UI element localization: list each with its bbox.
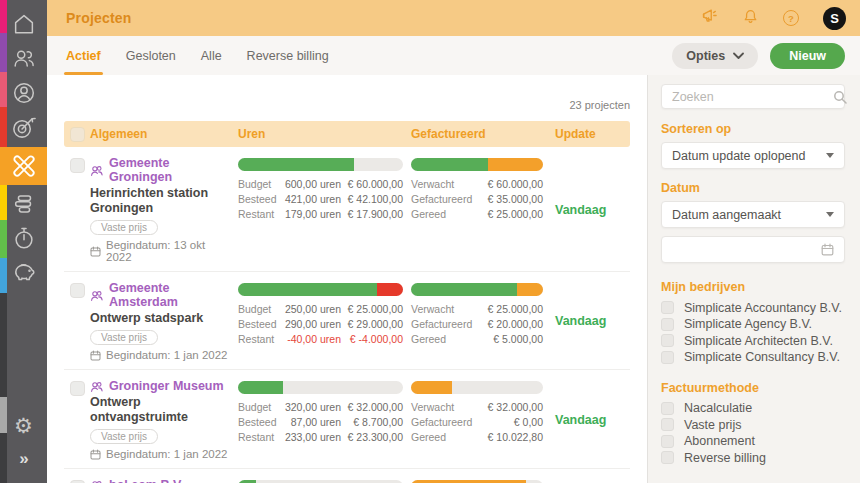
date-type-select-value: Datum aangemaakt [672, 208, 826, 222]
stat-label: Gefactureerd [411, 416, 487, 428]
billing-method-badge: Vaste prijs [90, 330, 158, 345]
update-status[interactable]: Vandaag [555, 314, 606, 328]
progress-segment [377, 283, 403, 296]
stat-label: Budget [238, 401, 284, 413]
project-count: 23 projecten [64, 99, 630, 112]
help-button[interactable]: ? [783, 10, 799, 26]
stat-amount: € 25.000,00 [487, 208, 543, 220]
stat-hours: 320,00 uren [284, 401, 341, 413]
tab-alle[interactable]: Alle [201, 36, 222, 75]
project-name[interactable]: Ontwerp stadspark [90, 311, 232, 326]
checkbox[interactable] [661, 451, 674, 464]
sidebar-item-invoicing[interactable] [0, 253, 47, 289]
update-status[interactable]: Vandaag [555, 413, 606, 427]
update-status[interactable]: Vandaag [555, 203, 606, 217]
checkbox[interactable] [661, 418, 674, 431]
sidebar: ⚙ » [0, 0, 47, 483]
checkbox[interactable] [661, 334, 674, 347]
rail-segment [0, 293, 7, 397]
checkbox[interactable] [661, 351, 674, 364]
client-link[interactable]: bol.com B.V. [109, 478, 184, 483]
table-row[interactable]: Gemeente Groningen Herinrichten station … [64, 147, 630, 272]
invoiced-stats: Verwacht€ 32.000,00 Gefactureerd€ 0,00 G… [411, 401, 543, 443]
date-section-heading: Datum [661, 181, 845, 195]
project-name[interactable]: Ontwerp ontvangstruimte [90, 395, 232, 425]
progress-segment [411, 158, 488, 171]
organization-icon [90, 380, 103, 393]
filter-option[interactable]: Simplicate Consultancy B.V. [661, 351, 845, 364]
stat-label: Verwacht [411, 401, 487, 413]
sidebar-collapse-toggle[interactable]: » [0, 441, 47, 477]
table-row[interactable]: Groninger Museum Ontwerp ontvangstruimte… [64, 370, 630, 469]
table-row[interactable]: bol.com B.V. Ontwerp hoofdkantoor Nederl… [64, 469, 630, 483]
date-type-select[interactable]: Datum aangemaakt [661, 201, 845, 228]
stat-amount: € 10.022,80 [487, 431, 543, 443]
hours-progress-bar [238, 158, 403, 171]
progress-segment [238, 381, 283, 394]
billing-method-badge: Vaste prijs [90, 220, 158, 235]
checkbox[interactable] [661, 402, 674, 415]
organization-icon [90, 164, 103, 177]
client-link[interactable]: Groninger Museum [109, 379, 224, 393]
row-checkbox[interactable] [70, 158, 85, 173]
notifications-button[interactable] [742, 8, 759, 29]
date-input[interactable] [661, 236, 845, 263]
filter-option[interactable]: Abonnement [661, 435, 845, 448]
stat-label: Gereed [411, 333, 487, 345]
search-input[interactable] [672, 90, 833, 104]
checkbox[interactable] [661, 301, 674, 314]
tab-reverse-billing[interactable]: Reverse billing [247, 36, 329, 75]
filter-option[interactable]: Simplicate Architecten B.V. [661, 334, 845, 347]
options-button[interactable]: Opties [672, 43, 758, 69]
tab-gesloten[interactable]: Gesloten [126, 36, 176, 75]
sidebar-item-planning[interactable] [0, 186, 47, 222]
sidebar-item-sales[interactable] [0, 109, 47, 145]
sidebar-item-hrm[interactable] [0, 75, 47, 111]
column-header-algemeen[interactable]: Algemeen [90, 127, 238, 141]
announcements-button[interactable] [700, 7, 718, 29]
table-row[interactable]: Gemeente Amsterdam Ontwerp stadspark Vas… [64, 272, 630, 370]
start-date-label: Begindatum: 1 jan 2022 [106, 448, 227, 460]
column-header-uren[interactable]: Uren [238, 127, 411, 141]
new-project-button[interactable]: Nieuw [770, 43, 845, 69]
progress-segment [488, 158, 543, 171]
stat-hours: 421,00 uren [284, 193, 341, 205]
megaphone-icon [700, 7, 718, 29]
checkbox[interactable] [661, 435, 674, 448]
filter-option-label: Simplicate Agency B.V. [684, 317, 812, 331]
hours-stats: Budget600,00 uren€ 60.000,00 Besteed421,… [238, 178, 403, 220]
project-list: 23 projecten Algemeen Uren Gefactureerd … [47, 75, 647, 483]
calendar-icon [90, 246, 101, 257]
column-header-update[interactable]: Update [555, 127, 629, 141]
table-body: Gemeente Groningen Herinrichten station … [64, 147, 630, 483]
client-link[interactable]: Gemeente Groningen [109, 156, 232, 184]
client-link[interactable]: Gemeente Amsterdam [109, 281, 232, 309]
filter-option[interactable]: Reverse billing [661, 451, 845, 464]
sort-select[interactable]: Datum update oplopend [661, 142, 845, 169]
checkbox[interactable] [661, 318, 674, 331]
sidebar-item-dashboard[interactable] [0, 6, 47, 42]
select-all-checkbox[interactable] [70, 127, 85, 142]
invoiced-stats: Verwacht€ 25.000,00 Gefactureerd€ 20.000… [411, 303, 543, 345]
home-icon [11, 11, 37, 37]
search-icon [833, 90, 847, 104]
account-menu-button[interactable]: S [823, 7, 846, 30]
filter-option[interactable]: Simplicate Agency B.V. [661, 318, 845, 331]
sidebar-item-crm[interactable] [0, 40, 47, 76]
filter-option[interactable]: Simplicate Accountancy B.V. [661, 301, 845, 314]
project-name[interactable]: Herinrichten station Groningen [90, 186, 232, 216]
tab-actief[interactable]: Actief [66, 36, 101, 75]
row-checkbox[interactable] [70, 283, 85, 298]
chevron-down-icon [733, 52, 744, 60]
stopwatch-icon [11, 225, 37, 251]
filter-option[interactable]: Vaste prijs [661, 418, 845, 431]
stat-amount: € 25.000,00 [341, 303, 403, 315]
row-checkbox[interactable] [70, 381, 85, 396]
column-header-gefactureerd[interactable]: Gefactureerd [411, 127, 555, 141]
sidebar-item-projects[interactable] [0, 147, 47, 185]
filter-option[interactable]: Nacalculatie [661, 402, 845, 415]
search-box[interactable] [661, 84, 845, 109]
sidebar-item-hours[interactable] [0, 220, 47, 256]
stat-label: Besteed [238, 193, 284, 205]
sidebar-item-settings[interactable]: ⚙ [0, 407, 47, 443]
